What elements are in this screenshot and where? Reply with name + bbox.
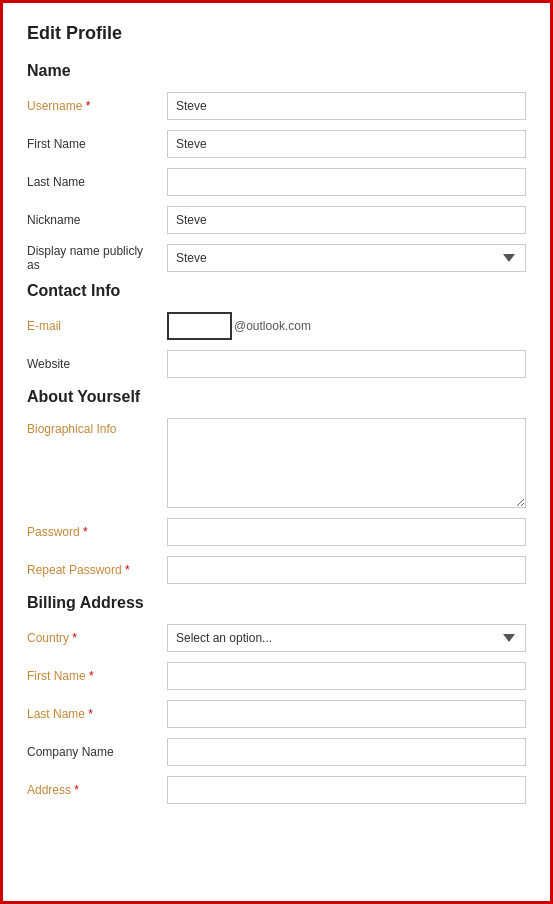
edit-profile-page: Edit Profile Name Username First Name La… (0, 0, 553, 904)
last-name-input[interactable] (167, 168, 526, 196)
first-name-label: First Name (27, 137, 167, 151)
billing-first-name-input[interactable] (167, 662, 526, 690)
address-group: Address (27, 776, 526, 804)
email-group: E-mail @outlook.com (27, 312, 526, 340)
billing-first-name-label: First Name (27, 669, 167, 683)
about-section-title: About Yourself (27, 388, 526, 406)
last-name-group: Last Name (27, 168, 526, 196)
website-group: Website (27, 350, 526, 378)
password-label: Password (27, 525, 167, 539)
name-section-title: Name (27, 62, 526, 80)
billing-first-name-group: First Name (27, 662, 526, 690)
company-name-label: Company Name (27, 745, 167, 759)
email-label: E-mail (27, 319, 167, 333)
repeat-password-group: Repeat Password (27, 556, 526, 584)
address-input[interactable] (167, 776, 526, 804)
password-group: Password (27, 518, 526, 546)
billing-section-title: Billing Address (27, 594, 526, 612)
repeat-password-input[interactable] (167, 556, 526, 584)
website-label: Website (27, 357, 167, 371)
password-input[interactable] (167, 518, 526, 546)
country-select[interactable]: Select an option... (167, 624, 526, 652)
about-section: About Yourself Biographical Info Passwor… (27, 388, 526, 584)
nickname-input[interactable] (167, 206, 526, 234)
page-title: Edit Profile (27, 23, 526, 44)
username-label: Username (27, 99, 167, 113)
bio-label: Biographical Info (27, 418, 167, 436)
website-input[interactable] (167, 350, 526, 378)
company-name-input[interactable] (167, 738, 526, 766)
display-name-label: Display name publicly as (27, 244, 167, 272)
bio-textarea[interactable] (167, 418, 526, 508)
billing-last-name-label: Last Name (27, 707, 167, 721)
display-name-select[interactable]: Steve Steve (Steve) (167, 244, 526, 272)
country-label: Country (27, 631, 167, 645)
first-name-group: First Name (27, 130, 526, 158)
last-name-label: Last Name (27, 175, 167, 189)
contact-section: Contact Info E-mail @outlook.com Website (27, 282, 526, 378)
username-group: Username (27, 92, 526, 120)
username-input[interactable] (167, 92, 526, 120)
contact-section-title: Contact Info (27, 282, 526, 300)
company-name-group: Company Name (27, 738, 526, 766)
billing-last-name-input[interactable] (167, 700, 526, 728)
address-label: Address (27, 783, 167, 797)
billing-last-name-group: Last Name (27, 700, 526, 728)
first-name-input[interactable] (167, 130, 526, 158)
billing-section: Billing Address Country Select an option… (27, 594, 526, 804)
email-suffix: @outlook.com (234, 319, 311, 333)
nickname-group: Nickname (27, 206, 526, 234)
display-name-group: Display name publicly as Steve Steve (St… (27, 244, 526, 272)
name-section: Name Username First Name Last Name Nickn… (27, 62, 526, 272)
country-group: Country Select an option... (27, 624, 526, 652)
bio-group: Biographical Info (27, 418, 526, 508)
repeat-password-label: Repeat Password (27, 563, 167, 577)
nickname-label: Nickname (27, 213, 167, 227)
email-prefix-input[interactable] (167, 312, 232, 340)
